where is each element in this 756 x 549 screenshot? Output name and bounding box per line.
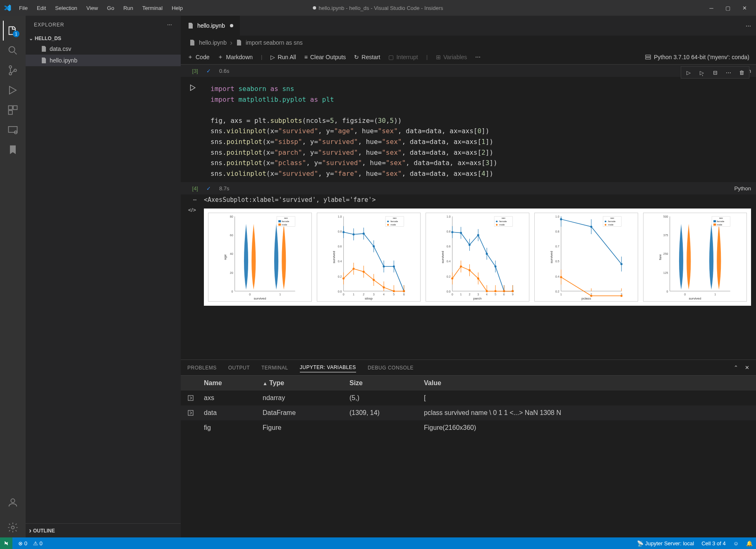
table-row[interactable]: data DataFrame (1309, 14) pclass survive… <box>181 405 756 420</box>
activity-extensions[interactable] <box>3 100 23 120</box>
activity-run-debug[interactable] <box>3 80 23 100</box>
activity-explorer[interactable]: 1 <box>3 21 23 41</box>
window-controls: ─ ▢ ✕ <box>708 5 753 11</box>
toolbar-more-icon[interactable]: ⋯ <box>475 54 481 60</box>
menu-help[interactable]: Help <box>167 2 187 14</box>
breadcrumb-symbol[interactable]: import seaborn as sns <box>246 39 303 46</box>
svg-text:8: 8 <box>403 293 405 296</box>
table-row[interactable]: axs ndarray (5,) [ <box>181 391 756 405</box>
run-all-button[interactable]: ▷Run All <box>270 54 296 60</box>
notebook-body[interactable]: [3] ✓ 0.6s Python ▷ ▷̩ ⊟ ⋯ 🗑 im <box>181 65 756 360</box>
exec-time: 0.6s <box>219 68 230 74</box>
folder-header[interactable]: ⌄ HELLO_DS <box>26 34 181 43</box>
split-cell-icon[interactable]: ⊟ <box>711 68 719 77</box>
svg-point-4 <box>14 69 17 72</box>
file-name: hello.ipynb <box>50 57 77 64</box>
code-output-icon[interactable]: </> <box>188 207 196 213</box>
add-markdown-button[interactable]: ＋Markdown <box>218 53 253 61</box>
status-remote[interactable] <box>0 537 12 549</box>
cell-gutter <box>181 80 204 182</box>
activity-source-control[interactable] <box>3 60 23 80</box>
menubar: FileEditSelectionViewGoRunTerminalHelp <box>15 2 187 14</box>
panel-tab-debug-console[interactable]: DEBUG CONSOLE <box>368 363 414 372</box>
panel-tab-output[interactable]: OUTPUT <box>228 363 250 372</box>
interrupt-button[interactable]: ▢Interrupt <box>388 54 418 60</box>
file-item[interactable]: data.csv <box>26 43 181 55</box>
activity-accounts[interactable] <box>3 493 23 513</box>
expand-icon[interactable] <box>187 395 194 401</box>
file-icon <box>41 46 47 52</box>
variables-button[interactable]: ⊞Variables <box>436 54 467 60</box>
menu-view[interactable]: View <box>82 2 102 14</box>
cell-language[interactable]: Python <box>734 185 751 192</box>
activity-search[interactable] <box>3 41 23 60</box>
svg-text:3: 3 <box>373 293 375 296</box>
status-cell-pos[interactable]: Cell 3 of 4 <box>701 540 726 547</box>
add-code-button[interactable]: ＋Code <box>187 53 209 61</box>
svg-text:125: 125 <box>663 271 668 275</box>
panel-close-icon[interactable]: ✕ <box>745 364 749 371</box>
svg-point-78 <box>387 221 389 223</box>
outline-section[interactable]: OUTLINE <box>26 523 181 537</box>
table-row[interactable]: fig Figure Figure(2160x360) <box>181 420 756 435</box>
svg-rect-182 <box>713 221 716 223</box>
run-below-icon[interactable]: ▷̩ <box>698 68 706 77</box>
col-size[interactable]: Size <box>349 379 424 387</box>
code-cell[interactable]: ▷ ▷̩ ⊟ ⋯ 🗑 import seaborn as snsimport m… <box>181 80 756 182</box>
svg-text:sex: sex <box>610 217 614 220</box>
col-type[interactable]: ▲Type <box>263 379 349 387</box>
menu-run[interactable]: Run <box>119 2 137 14</box>
minimize-button[interactable]: ─ <box>708 5 715 11</box>
panel-tab-problems[interactable]: PROBLEMS <box>187 363 217 372</box>
activity-bookmarks[interactable] <box>3 140 23 160</box>
file-item[interactable]: hello.ipynb <box>26 55 181 66</box>
status-warnings[interactable]: ⚠ 0 <box>33 540 43 547</box>
breadcrumb-file[interactable]: hello.ipynb <box>199 39 227 46</box>
maximize-button[interactable]: ▢ <box>725 5 731 11</box>
panel-tab-terminal[interactable]: TERMINAL <box>261 363 288 372</box>
titlebar: FileEditSelectionViewGoRunTerminalHelp h… <box>0 0 756 16</box>
svg-text:4: 4 <box>486 293 488 296</box>
output-collapse-icon[interactable]: ⋯ <box>186 196 204 204</box>
menu-terminal[interactable]: Terminal <box>138 2 167 14</box>
explorer-more-icon[interactable]: ⋯ <box>167 22 172 28</box>
expand-icon[interactable] <box>187 410 194 416</box>
var-name: axs <box>201 394 263 402</box>
restart-button[interactable]: ↻Restart <box>354 54 380 60</box>
activity-remote-explorer[interactable] <box>3 120 23 140</box>
editor-more-icon[interactable]: ⋯ <box>746 23 751 29</box>
status-feedback-icon[interactable]: ☺ <box>733 540 739 547</box>
activity-settings[interactable] <box>3 518 23 537</box>
code-editor[interactable]: import seaborn as snsimport matplotlib.p… <box>204 80 756 182</box>
col-value[interactable]: Value <box>424 379 756 387</box>
run-cell-icon[interactable]: ▷ <box>684 68 693 77</box>
svg-text:4: 4 <box>383 293 385 296</box>
tab-actions: ⋯ <box>741 16 756 36</box>
chart-survived: 02040608001survivedagesexfemalemale <box>208 213 312 302</box>
close-button[interactable]: ✕ <box>741 5 748 11</box>
col-name[interactable]: Name <box>201 379 263 387</box>
svg-line-1 <box>14 52 17 55</box>
menu-go[interactable]: Go <box>103 2 118 14</box>
panel-maximize-icon[interactable]: ⌃ <box>734 364 738 371</box>
clear-outputs-button[interactable]: ≡Clear Outputs <box>304 54 346 60</box>
svg-text:60: 60 <box>230 234 233 237</box>
menu-edit[interactable]: Edit <box>33 2 50 14</box>
tab-hello-ipynb[interactable]: hello.ipynb <box>181 16 240 36</box>
cell-more-icon[interactable]: ⋯ <box>724 68 732 77</box>
breadcrumb[interactable]: hello.ipynb import seaborn as sns <box>181 36 756 50</box>
run-cell-button[interactable] <box>187 83 197 93</box>
menu-file[interactable]: File <box>15 2 32 14</box>
tabs-bar: hello.ipynb ⋯ <box>181 16 756 36</box>
menu-selection[interactable]: Selection <box>51 2 81 14</box>
panel-tab-jupyter-variables[interactable]: JUPYTER: VARIABLES <box>300 363 356 372</box>
status-bell-icon[interactable]: 🔔 <box>746 540 753 547</box>
svg-text:female: female <box>390 220 398 223</box>
status-jupyter[interactable]: 📡 Jupyter Server: local <box>637 540 694 547</box>
delete-cell-icon[interactable]: 🗑 <box>737 68 746 77</box>
kernel-picker[interactable]: Python 3.7.10 64-bit ('myenv': conda) <box>645 54 749 60</box>
cell-status: [4] ✓ 8.7s Python <box>181 182 756 194</box>
statusbar: ⊗ 0 ⚠ 0 📡 Jupyter Server: local Cell 3 o… <box>0 537 756 549</box>
svg-text:0.5: 0.5 <box>555 260 560 264</box>
status-errors[interactable]: ⊗ 0 <box>18 540 27 547</box>
